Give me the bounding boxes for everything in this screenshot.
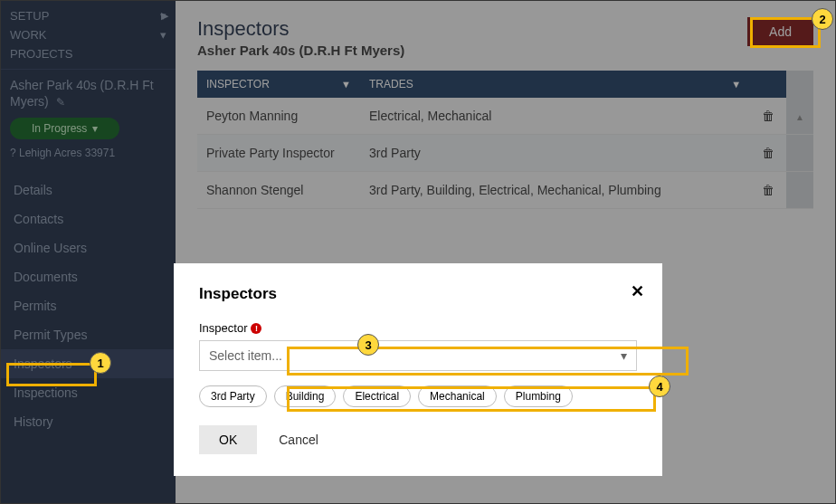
dropdown-placeholder: Select item... [209,348,282,363]
caret-down-icon: ▾ [621,348,627,363]
field-label: Inspector ! [199,321,637,335]
chip-building[interactable]: Building [274,385,337,407]
chip-mechanical[interactable]: Mechanical [418,385,497,407]
chip-electrical[interactable]: Electrical [343,385,411,407]
inspectors-modal: Inspectors ✕ Inspector ! Select item... … [174,263,662,476]
modal-actions: OK Cancel [199,425,637,454]
required-icon: ! [251,323,261,334]
ok-button[interactable]: OK [199,425,257,454]
field-label-text: Inspector [199,321,247,335]
cancel-button[interactable]: Cancel [279,425,318,454]
chip-3rd-party[interactable]: 3rd Party [199,385,267,407]
close-icon[interactable]: ✕ [631,281,644,301]
inspector-dropdown[interactable]: Select item... ▾ [199,340,637,371]
modal-overlay: Inspectors ✕ Inspector ! Select item... … [1,1,835,503]
trade-chips: 3rd Party Building Electrical Mechanical… [199,385,637,407]
chip-plumbing[interactable]: Plumbing [504,385,573,407]
modal-title: Inspectors [199,285,637,303]
